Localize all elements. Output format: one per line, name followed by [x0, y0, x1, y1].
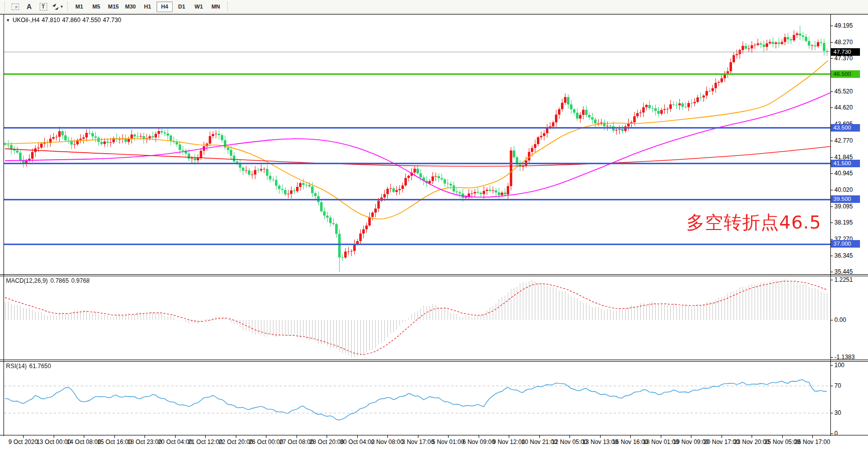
- time-axis-tick: [205, 435, 206, 438]
- axis-tick: [830, 107, 833, 108]
- axis-tick: [830, 320, 833, 320]
- text-tool-glyph: T: [40, 3, 47, 11]
- time-axis-label: 9 Oct 2020: [9, 438, 38, 445]
- tf-button-m15[interactable]: M15: [105, 2, 121, 12]
- macd-signal-value: 0.9768: [71, 277, 90, 284]
- current-price-badge: 47.730: [831, 48, 860, 56]
- chart-title: ▼UKOil-,H447.81047.86047.55047.730: [6, 17, 123, 24]
- time-axis-label: 3 Nov 17:00: [402, 438, 435, 445]
- macd-panel-canvas[interactable]: [4, 276, 830, 360]
- toolbar-grip[interactable]: [67, 2, 68, 11]
- price-level-badge: 46.500: [831, 70, 860, 78]
- time-axis-label: 9 Nov 12:00: [493, 438, 525, 445]
- ohlc-high: 47.860: [62, 17, 81, 24]
- time-axis-tick: [236, 435, 236, 438]
- time-axis-tick: [569, 435, 570, 438]
- rsi-value: 61.7650: [29, 363, 51, 370]
- time-axis-tick: [54, 435, 54, 438]
- template-f-glyph: F: [12, 4, 19, 10]
- tf-button-h4[interactable]: H4: [157, 2, 173, 12]
- time-axis-label: 28 Oct 20:00: [310, 438, 344, 445]
- time-axis-label: 26 Oct 00:00: [249, 438, 283, 445]
- rsi-axis-label: 100: [834, 361, 844, 369]
- time-axis-label: 15 Oct 16:00: [97, 438, 132, 445]
- time-axis-label: 21 Oct 12:00: [188, 438, 223, 445]
- text-label-icon[interactable]: A: [23, 1, 36, 12]
- main-chart-canvas[interactable]: [4, 15, 830, 274]
- axis-tick: [830, 206, 833, 207]
- price-axis-label: 40.945: [834, 169, 853, 177]
- price-axis-label: 44.620: [834, 103, 853, 111]
- time-axis-tick: [418, 435, 418, 438]
- axis-tick: [830, 26, 833, 26]
- toolbar: F A T ▾ M1M5M15M30H1H4D1W1MN: [0, 0, 868, 14]
- tf-button-d1[interactable]: D1: [174, 2, 190, 12]
- rsi-axis-label: 30: [834, 409, 841, 417]
- time-axis-tick: [752, 435, 752, 438]
- rsi-axis-label: 70: [834, 382, 841, 390]
- time-axis-tick: [297, 435, 297, 438]
- rsi-label: RSI(14)61.7650: [6, 363, 54, 370]
- time-axis-label: 2 Nov 08:00: [371, 438, 404, 445]
- time-axis-label: 20 Oct 04:00: [158, 438, 193, 445]
- macd-axis-label: 1.2251: [834, 276, 853, 284]
- price-axis-label: 35.445: [834, 268, 853, 276]
- text-label-glyph: A: [27, 3, 32, 11]
- time-axis-tick: [600, 435, 601, 438]
- tf-button-m1[interactable]: M1: [71, 2, 87, 12]
- rsi-panel-canvas[interactable]: [4, 361, 830, 435]
- tf-button-mn[interactable]: MN: [208, 2, 224, 12]
- price-axis-label: 36.345: [834, 252, 853, 260]
- tf-button-h1[interactable]: H1: [139, 2, 156, 12]
- macd-axis-label: 0.00: [834, 316, 846, 324]
- axis-tick: [830, 386, 833, 386]
- rsi-axis-label: 0: [834, 429, 838, 437]
- time-axis-tick: [448, 435, 449, 438]
- tf-button-m30[interactable]: M30: [122, 2, 138, 12]
- tf-button-m5[interactable]: M5: [88, 2, 104, 12]
- macd-main-value: 0.7865: [50, 277, 69, 284]
- chevron-down-icon: ▾: [61, 4, 63, 9]
- time-axis-label: 30 Oct 04:00: [340, 438, 375, 445]
- timeframe-group: M1M5M15M30H1H4D1W1MN: [71, 2, 224, 12]
- toolbar-grip[interactable]: [5, 2, 5, 11]
- time-axis-tick: [23, 435, 24, 438]
- axis-tick: [830, 357, 833, 358]
- time-axis-tick: [691, 435, 691, 438]
- price-level-badge: 41.500: [831, 160, 860, 167]
- rsi-name: RSI(14): [6, 363, 27, 370]
- panel-separator[interactable]: [0, 360, 868, 360]
- text-tool-icon[interactable]: T: [37, 1, 50, 12]
- time-axis-tick: [175, 435, 176, 438]
- axis-tick: [830, 173, 833, 174]
- price-axis-label: 40.020: [834, 186, 853, 194]
- price-level-badge: 39.500: [831, 195, 860, 203]
- tf-button-w1[interactable]: W1: [191, 2, 207, 12]
- time-axis-tick: [327, 435, 327, 438]
- template-f-icon[interactable]: F: [9, 1, 22, 12]
- symbol-period: UKOil-,H4: [13, 17, 40, 24]
- price-axis-label: 45.520: [834, 87, 853, 95]
- panel-separator[interactable]: [0, 274, 868, 275]
- toolbar-grip[interactable]: [227, 2, 228, 11]
- time-axis-label: 26 Nov 17:00: [794, 438, 830, 445]
- axis-tick: [830, 433, 833, 434]
- price-axis-label: 38.195: [834, 218, 853, 227]
- arrows-glyph-icon: [52, 3, 60, 10]
- mt4-window: F A T ▾ M1M5M15M30H1H4D1W1MN ▼UKOil-,H44…: [0, 0, 868, 450]
- arrow-tools-icon[interactable]: ▾: [51, 1, 64, 12]
- axis-tick: [830, 280, 833, 280]
- time-axis-tick: [387, 435, 388, 438]
- symbol-dropdown-icon[interactable]: ▼: [6, 18, 10, 23]
- axis-tick: [830, 365, 833, 366]
- price-axis-label: 39.095: [834, 202, 853, 210]
- time-axis-label: 5 Nov 01:00: [432, 438, 465, 445]
- ohlc-close: 47.730: [103, 17, 121, 24]
- axis-tick: [830, 222, 833, 223]
- time-axis-label: 27 Oct 08:00: [279, 438, 314, 445]
- axis-tick: [830, 91, 833, 92]
- axis-tick: [830, 141, 833, 141]
- macd-name: MACD(12,26,9): [6, 277, 48, 284]
- ohlc-low: 47.550: [82, 17, 101, 24]
- time-axis-tick: [721, 435, 722, 438]
